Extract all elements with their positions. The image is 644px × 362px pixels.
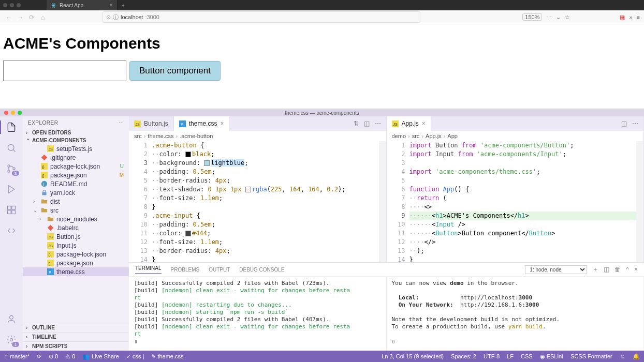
file-item-Button-js[interactable]: JSButton.js bbox=[23, 232, 129, 241]
remote-icon[interactable] bbox=[6, 225, 17, 236]
breadcrumbs-right[interactable]: demo›src›App.js›App bbox=[387, 131, 644, 141]
meatball-icon[interactable]: ⋯ bbox=[546, 14, 552, 21]
explorer-sidebar: EXPLORER ⋯ OPEN EDITORS ACME-COMPONENTS … bbox=[23, 116, 129, 351]
file-item-setupTests-js[interactable]: JSsetupTests.js bbox=[23, 144, 129, 153]
file-item-package-json[interactable]: {}package.jsonM bbox=[23, 171, 129, 179]
file-item-dist[interactable]: ›dist bbox=[23, 197, 129, 206]
file-item-Input-js[interactable]: JSInput.js bbox=[23, 241, 129, 250]
breadcrumbs-left[interactable]: src›theme.css›.acme-button bbox=[129, 131, 386, 141]
panel-tab-problems[interactable]: PROBLEMS bbox=[171, 267, 200, 273]
svg-rect-11 bbox=[12, 210, 16, 214]
address-bar[interactable]: ⊙ ⓘ localhost:3000 bbox=[103, 11, 420, 23]
scm-icon[interactable]: 3 bbox=[6, 163, 17, 174]
page-heading: ACME's Components bbox=[3, 35, 641, 52]
new-terminal-icon[interactable]: ＋ bbox=[592, 265, 598, 274]
branch-indicator[interactable]: ᛘ master* bbox=[4, 353, 30, 359]
more-icon[interactable]: ⋯ bbox=[632, 120, 638, 127]
indent-indicator[interactable]: Spaces: 2 bbox=[451, 353, 476, 359]
editor-tab-theme-css[interactable]: #theme.css× bbox=[174, 116, 230, 131]
extension-icon[interactable]: ▦ bbox=[620, 14, 625, 21]
new-tab-button[interactable]: + bbox=[118, 3, 129, 8]
editor-group-left: JSButton.js#theme.css×⇅◫⋯ src›theme.css›… bbox=[129, 116, 387, 262]
back-button[interactable]: ← bbox=[4, 13, 13, 21]
file-item-README-md[interactable]: iREADME.md bbox=[23, 179, 129, 188]
bookmark-icon[interactable]: ☆ bbox=[565, 14, 570, 21]
file-item-package-lock-json[interactable]: {}package-lock.jsonU bbox=[23, 162, 129, 171]
terminal-left[interactable]: [build] Successfully compiled 2 files wi… bbox=[129, 277, 387, 351]
lint-indicator[interactable]: ✓ css | bbox=[126, 353, 144, 360]
npm-section[interactable]: NPM SCRIPTS bbox=[23, 341, 129, 351]
code-editor-right[interactable]: 1234567891011121314 import Button from '… bbox=[387, 141, 644, 262]
search-icon[interactable] bbox=[6, 142, 17, 154]
more-icon[interactable]: ⋯ bbox=[119, 120, 124, 126]
editor-tab-App-js[interactable]: JSApp.js× bbox=[387, 116, 431, 131]
eol-indicator[interactable]: LF bbox=[507, 353, 514, 359]
split-icon[interactable]: ◫ bbox=[364, 120, 370, 127]
minimap[interactable] bbox=[636, 141, 643, 262]
settings-badge: 1 bbox=[12, 342, 19, 347]
eslint-indicator[interactable]: ◉ ESLint bbox=[540, 353, 563, 360]
chevron-up-icon[interactable]: ^ bbox=[626, 266, 629, 273]
close-icon[interactable]: × bbox=[422, 120, 426, 127]
trash-icon[interactable]: 🗑 bbox=[614, 266, 621, 273]
reload-button[interactable]: ⟳ bbox=[27, 13, 36, 21]
panel-tab-debug[interactable]: DEBUG CONSOLE bbox=[239, 267, 284, 273]
overflow-icon[interactable]: » bbox=[629, 14, 632, 20]
explorer-icon[interactable] bbox=[6, 122, 17, 133]
extensions-icon[interactable] bbox=[6, 204, 17, 216]
editor-tab-Button-js[interactable]: JSButton.js bbox=[129, 116, 174, 131]
split-terminal-icon[interactable]: ◫ bbox=[604, 266, 609, 273]
close-icon[interactable]: × bbox=[634, 266, 638, 273]
home-button[interactable]: ⌂ bbox=[38, 13, 48, 21]
file-item-src[interactable]: ⌄src bbox=[23, 206, 129, 215]
menu-icon[interactable]: ≡ bbox=[637, 14, 640, 20]
warnings-indicator[interactable]: ⚠ 0 bbox=[65, 353, 75, 360]
close-icon[interactable]: × bbox=[220, 120, 224, 127]
svg-point-7 bbox=[13, 168, 15, 170]
debug-icon[interactable] bbox=[6, 184, 17, 195]
panel-tab-terminal[interactable]: TERMINAL bbox=[135, 265, 162, 274]
errors-indicator[interactable]: ⊘ 0 bbox=[49, 353, 58, 360]
account-icon[interactable] bbox=[6, 313, 17, 325]
acme-input[interactable] bbox=[3, 61, 126, 81]
panel-tabs: TERMINAL PROBLEMS OUTPUT DEBUG CONSOLE 1… bbox=[129, 263, 644, 277]
file-item--gitignore[interactable]: .gitignore bbox=[23, 153, 129, 162]
file-item-yarn-lock[interactable]: yarn.lock bbox=[23, 188, 129, 197]
scss-indicator[interactable]: SCSS Formatter bbox=[570, 353, 612, 359]
file-item-node_modules[interactable]: ›node_modules bbox=[23, 215, 129, 223]
settings-icon[interactable]: 1 bbox=[6, 334, 17, 345]
terminal-selector[interactable]: 1: node, node bbox=[525, 265, 587, 274]
open-editors-section[interactable]: OPEN EDITORS bbox=[23, 129, 129, 137]
file-item-package-lock-json[interactable]: {}package-lock.json bbox=[23, 250, 129, 259]
split-icon[interactable]: ◫ bbox=[621, 120, 627, 127]
feedback-icon[interactable]: ☺ bbox=[620, 353, 625, 359]
terminal-right[interactable]: You can now view demo in the browser. Lo… bbox=[387, 277, 645, 351]
panel-tab-output[interactable]: OUTPUT bbox=[209, 267, 230, 273]
cursor-position[interactable]: Ln 3, Col 15 (9 selected) bbox=[382, 353, 444, 359]
zoom-indicator[interactable]: 150% bbox=[522, 13, 542, 21]
sync-icon[interactable]: ⟳ bbox=[37, 353, 41, 360]
terminal-panel: TERMINAL PROBLEMS OUTPUT DEBUG CONSOLE 1… bbox=[129, 262, 644, 351]
project-section[interactable]: ACME-COMPONENTS bbox=[23, 137, 129, 144]
minimap[interactable] bbox=[379, 141, 386, 262]
file-item--babelrc[interactable]: .babelrc bbox=[23, 223, 129, 232]
encoding-indicator[interactable]: UTF-8 bbox=[484, 353, 500, 359]
language-indicator[interactable]: CSS bbox=[521, 353, 533, 359]
compare-icon[interactable]: ⇅ bbox=[354, 120, 359, 127]
code-editor-left[interactable]: 1234567891011121314 .acme-button {··colo… bbox=[129, 141, 386, 262]
explorer-label: EXPLORER bbox=[28, 120, 58, 126]
timeline-section[interactable]: TIMELINE bbox=[23, 332, 129, 341]
outline-section[interactable]: OUTLINE bbox=[23, 323, 129, 332]
bell-icon[interactable]: 🔔 bbox=[633, 353, 640, 360]
acme-button[interactable]: Button component bbox=[129, 61, 221, 81]
forward-button[interactable]: → bbox=[16, 13, 25, 21]
close-icon[interactable]: × bbox=[109, 2, 113, 9]
react-icon bbox=[51, 3, 56, 8]
browser-tab[interactable]: React App × bbox=[47, 0, 118, 10]
status-file[interactable]: ✎ theme.css bbox=[151, 353, 183, 360]
liveshare-indicator[interactable]: 👥 Live Share bbox=[82, 353, 119, 360]
arrow-down-icon[interactable]: ⌄ bbox=[556, 14, 561, 21]
more-icon[interactable]: ⋯ bbox=[375, 120, 381, 127]
file-item-package-json[interactable]: {}package.json bbox=[23, 259, 129, 267]
file-item-theme-css[interactable]: #theme.css bbox=[23, 267, 129, 276]
